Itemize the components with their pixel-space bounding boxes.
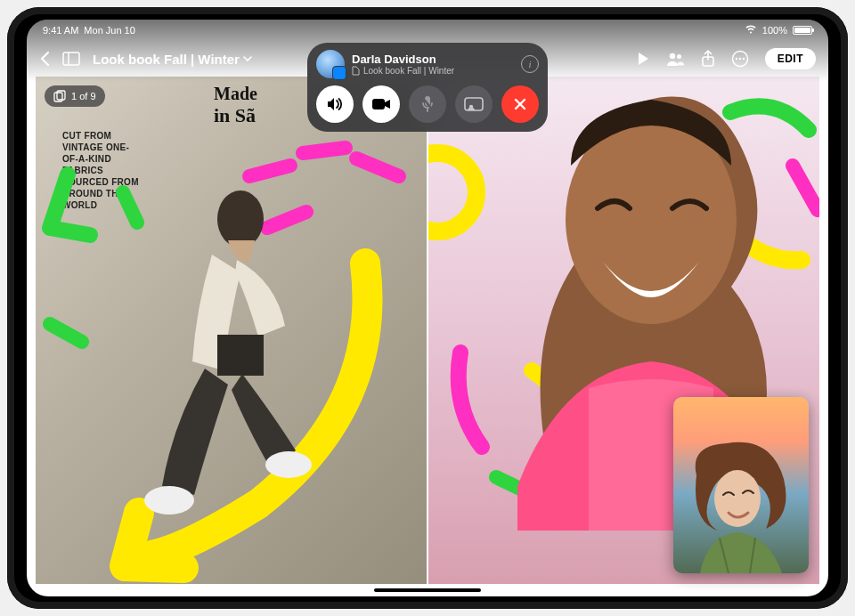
battery-icon <box>793 26 812 35</box>
svg-rect-0 <box>63 53 79 65</box>
end-call-button[interactable] <box>501 85 539 123</box>
page-indicator-text: 1 of 9 <box>71 91 96 101</box>
pages-icon <box>53 90 66 102</box>
ipad-device-frame: 9:41 AM Mon Jun 10 100% L <box>7 7 848 609</box>
call-controls-row <box>316 85 539 123</box>
mute-button[interactable] <box>409 85 446 123</box>
svg-rect-26 <box>372 99 385 109</box>
document-title-text: Look book Fall | Winter <box>93 52 240 67</box>
caller-avatar[interactable] <box>316 50 345 78</box>
svg-point-6 <box>735 58 737 60</box>
slide-page-left: 1 of 9 Made in Sã CUT FROM VINTAGE ONE-O… <box>36 77 427 584</box>
svg-point-7 <box>738 58 740 60</box>
facetime-controls-panel[interactable]: Darla Davidson Look book Fall | Winter i <box>307 43 548 132</box>
svg-line-15 <box>356 158 399 176</box>
edit-button[interactable]: EDIT <box>765 48 816 69</box>
screen: 9:41 AM Mon Jun 10 100% L <box>27 20 828 596</box>
call-info-button[interactable]: i <box>521 55 539 73</box>
headline-block: in Sã <box>214 104 256 126</box>
document-icon <box>352 66 360 76</box>
back-button[interactable] <box>39 51 50 67</box>
shareplay-button[interactable] <box>455 85 493 123</box>
share-button[interactable] <box>701 50 715 68</box>
svg-rect-18 <box>217 335 264 376</box>
collaboration-button[interactable] <box>665 51 685 67</box>
shared-document-name: Look book Fall | Winter <box>363 66 454 76</box>
svg-point-17 <box>217 190 264 247</box>
status-battery-pct: 100% <box>762 25 787 36</box>
svg-line-14 <box>303 148 346 153</box>
speaker-button[interactable] <box>316 85 354 123</box>
camera-button[interactable] <box>362 85 400 123</box>
more-options-button[interactable] <box>731 50 749 68</box>
facetime-header: Darla Davidson Look book Fall | Winter i <box>316 50 539 78</box>
svg-point-3 <box>677 54 681 59</box>
svg-line-13 <box>249 166 290 176</box>
facetime-self-view[interactable] <box>673 397 809 573</box>
wifi-icon <box>745 25 757 36</box>
status-time: 9:41 AM <box>43 25 78 36</box>
home-indicator[interactable] <box>374 588 481 592</box>
page-indicator[interactable]: 1 of 9 <box>45 85 105 107</box>
status-date: Mon Jun 10 <box>84 25 134 36</box>
status-bar: 9:41 AM Mon Jun 10 100% <box>27 20 828 41</box>
self-view-figure <box>682 440 800 573</box>
document-title[interactable]: Look book Fall | Winter <box>93 52 252 67</box>
chevron-down-icon <box>243 55 252 62</box>
shared-document-label: Look book Fall | Winter <box>352 66 514 76</box>
svg-point-2 <box>669 53 674 59</box>
headline-script: Made <box>214 84 257 103</box>
model-photo-left <box>142 183 321 522</box>
svg-point-20 <box>265 451 312 478</box>
svg-point-19 <box>144 486 194 515</box>
svg-line-11 <box>123 192 137 223</box>
sidebar-toggle-icon[interactable] <box>62 52 80 66</box>
svg-line-12 <box>50 324 82 342</box>
play-slideshow-button[interactable] <box>637 52 649 66</box>
caller-name: Darla Davidson <box>352 53 514 66</box>
svg-point-8 <box>742 58 744 60</box>
headline-text: Made in Sã <box>214 84 257 127</box>
